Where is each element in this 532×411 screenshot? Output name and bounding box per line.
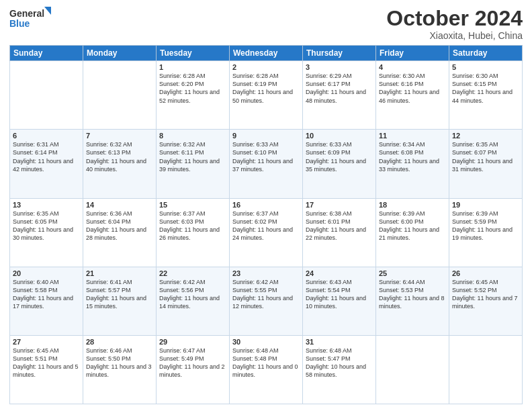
calendar-cell [376,335,449,404]
calendar-cell: 25Sunrise: 6:44 AM Sunset: 5:53 PM Dayli… [376,267,449,335]
day-info: Sunrise: 6:32 AM Sunset: 6:13 PM Dayligh… [86,140,153,173]
calendar-cell: 6Sunrise: 6:31 AM Sunset: 6:14 PM Daylig… [10,130,83,198]
day-number: 5 [452,63,519,71]
header-tuesday: Tuesday [157,46,230,61]
day-info: Sunrise: 6:48 AM Sunset: 5:47 PM Dayligh… [306,347,373,379]
day-number: 25 [379,269,446,277]
calendar-cell: 27Sunrise: 6:45 AM Sunset: 5:51 PM Dayli… [10,335,83,404]
calendar-cell: 20Sunrise: 6:40 AM Sunset: 5:58 PM Dayli… [10,267,83,335]
calendar-cell: 9Sunrise: 6:33 AM Sunset: 6:10 PM Daylig… [230,130,303,198]
day-number: 14 [86,201,153,209]
day-number: 18 [379,201,446,209]
day-info: Sunrise: 6:31 AM Sunset: 6:14 PM Dayligh… [13,140,80,173]
day-info: Sunrise: 6:40 AM Sunset: 5:58 PM Dayligh… [13,278,80,311]
svg-marker-2 [44,7,51,15]
day-number: 10 [306,132,373,140]
calendar-cell: 28Sunrise: 6:46 AM Sunset: 5:50 PM Dayli… [83,335,157,404]
calendar-header-row: SundayMondayTuesdayWednesdayThursdayFrid… [10,46,523,61]
day-info: Sunrise: 6:28 AM Sunset: 6:19 PM Dayligh… [232,72,300,105]
calendar-cell: 10Sunrise: 6:33 AM Sunset: 6:09 PM Dayli… [303,130,376,198]
calendar-week-1: 1Sunrise: 6:28 AM Sunset: 6:20 PM Daylig… [10,61,523,130]
day-info: Sunrise: 6:38 AM Sunset: 6:01 PM Dayligh… [306,210,373,242]
day-number: 1 [159,63,226,71]
calendar-cell: 26Sunrise: 6:45 AM Sunset: 5:52 PM Dayli… [449,267,523,335]
calendar-cell: 15Sunrise: 6:37 AM Sunset: 6:03 PM Dayli… [157,198,230,267]
page: GeneralBlue October 2024 Xiaoxita, Hubei… [0,0,532,411]
main-title: October 2024 [386,7,523,30]
logo: GeneralBlue [9,7,56,32]
header-monday: Monday [83,46,157,61]
day-info: Sunrise: 6:48 AM Sunset: 5:48 PM Dayligh… [232,347,300,379]
day-number: 8 [159,132,226,140]
calendar-cell: 13Sunrise: 6:35 AM Sunset: 6:05 PM Dayli… [10,198,83,267]
calendar-cell [449,335,523,404]
calendar-week-4: 20Sunrise: 6:40 AM Sunset: 5:58 PM Dayli… [10,267,523,335]
header-saturday: Saturday [449,46,523,61]
calendar-week-2: 6Sunrise: 6:31 AM Sunset: 6:14 PM Daylig… [10,130,523,198]
day-number: 6 [13,132,80,140]
calendar-cell: 11Sunrise: 6:34 AM Sunset: 6:08 PM Dayli… [376,130,449,198]
day-info: Sunrise: 6:28 AM Sunset: 6:20 PM Dayligh… [159,72,226,105]
day-number: 12 [452,132,519,140]
day-info: Sunrise: 6:33 AM Sunset: 6:10 PM Dayligh… [232,140,300,173]
day-info: Sunrise: 6:45 AM Sunset: 5:52 PM Dayligh… [452,278,519,311]
calendar-cell [10,61,83,130]
day-info: Sunrise: 6:29 AM Sunset: 6:17 PM Dayligh… [306,72,373,105]
day-number: 30 [232,338,300,346]
day-info: Sunrise: 6:37 AM Sunset: 6:02 PM Dayligh… [232,210,300,242]
day-number: 4 [379,63,446,71]
calendar-cell: 1Sunrise: 6:28 AM Sunset: 6:20 PM Daylig… [157,61,230,130]
day-info: Sunrise: 6:45 AM Sunset: 5:51 PM Dayligh… [13,347,80,379]
day-info: Sunrise: 6:34 AM Sunset: 6:08 PM Dayligh… [379,140,446,173]
day-number: 23 [232,269,300,277]
calendar-cell: 7Sunrise: 6:32 AM Sunset: 6:13 PM Daylig… [83,130,157,198]
header-thursday: Thursday [303,46,376,61]
calendar-cell: 12Sunrise: 6:35 AM Sunset: 6:07 PM Dayli… [449,130,523,198]
day-info: Sunrise: 6:44 AM Sunset: 5:53 PM Dayligh… [379,278,446,311]
day-number: 21 [86,269,153,277]
day-number: 13 [13,201,80,209]
day-number: 20 [13,269,80,277]
day-number: 2 [232,63,300,71]
day-info: Sunrise: 6:35 AM Sunset: 6:07 PM Dayligh… [452,140,519,173]
day-info: Sunrise: 6:42 AM Sunset: 5:56 PM Dayligh… [159,278,226,311]
calendar-cell: 24Sunrise: 6:43 AM Sunset: 5:54 PM Dayli… [303,267,376,335]
calendar-week-3: 13Sunrise: 6:35 AM Sunset: 6:05 PM Dayli… [10,198,523,267]
calendar-cell: 22Sunrise: 6:42 AM Sunset: 5:56 PM Dayli… [157,267,230,335]
calendar-cell: 21Sunrise: 6:41 AM Sunset: 5:57 PM Dayli… [83,267,157,335]
calendar-cell [83,61,157,130]
day-info: Sunrise: 6:46 AM Sunset: 5:50 PM Dayligh… [86,347,153,379]
logo-svg: GeneralBlue [9,7,56,32]
day-info: Sunrise: 6:41 AM Sunset: 5:57 PM Dayligh… [86,278,153,311]
day-number: 26 [452,269,519,277]
subtitle: Xiaoxita, Hubei, China [386,30,523,41]
calendar-cell: 17Sunrise: 6:38 AM Sunset: 6:01 PM Dayli… [303,198,376,267]
day-number: 7 [86,132,153,140]
day-info: Sunrise: 6:39 AM Sunset: 6:00 PM Dayligh… [379,210,446,242]
day-number: 29 [159,338,226,346]
day-info: Sunrise: 6:43 AM Sunset: 5:54 PM Dayligh… [306,278,373,311]
calendar-table: SundayMondayTuesdayWednesdayThursdayFrid… [9,45,523,404]
header-friday: Friday [376,46,449,61]
calendar-cell: 4Sunrise: 6:30 AM Sunset: 6:16 PM Daylig… [376,61,449,130]
day-number: 9 [232,132,300,140]
calendar-cell: 30Sunrise: 6:48 AM Sunset: 5:48 PM Dayli… [230,335,303,404]
svg-text:General: General [9,8,44,19]
header-wednesday: Wednesday [230,46,303,61]
day-number: 15 [159,201,226,209]
day-info: Sunrise: 6:42 AM Sunset: 5:55 PM Dayligh… [232,278,300,311]
day-info: Sunrise: 6:35 AM Sunset: 6:05 PM Dayligh… [13,210,80,242]
calendar-cell: 14Sunrise: 6:36 AM Sunset: 6:04 PM Dayli… [83,198,157,267]
day-number: 19 [452,201,519,209]
day-number: 31 [306,338,373,346]
day-number: 3 [306,63,373,71]
header: GeneralBlue October 2024 Xiaoxita, Hubei… [9,7,523,41]
day-info: Sunrise: 6:33 AM Sunset: 6:09 PM Dayligh… [306,140,373,173]
day-info: Sunrise: 6:36 AM Sunset: 6:04 PM Dayligh… [86,210,153,242]
day-number: 17 [306,201,373,209]
day-info: Sunrise: 6:32 AM Sunset: 6:11 PM Dayligh… [159,140,226,173]
calendar-cell: 5Sunrise: 6:30 AM Sunset: 6:15 PM Daylig… [449,61,523,130]
day-number: 22 [159,269,226,277]
calendar-cell: 29Sunrise: 6:47 AM Sunset: 5:49 PM Dayli… [157,335,230,404]
day-info: Sunrise: 6:30 AM Sunset: 6:15 PM Dayligh… [452,72,519,105]
